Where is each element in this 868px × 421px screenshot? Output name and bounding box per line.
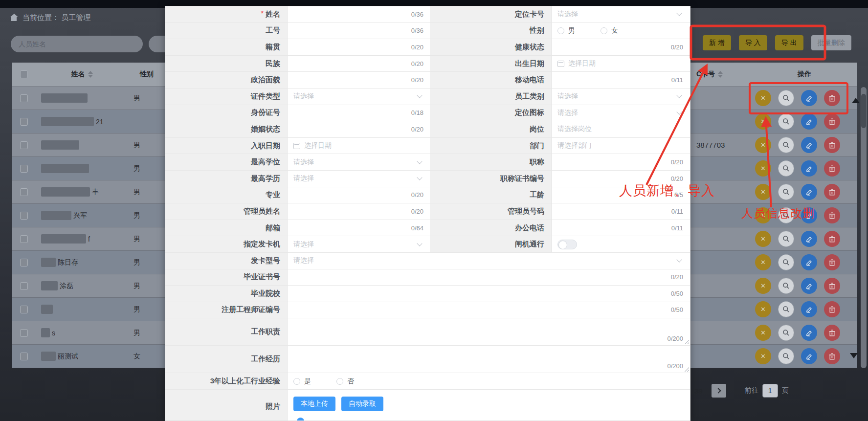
delete-icon[interactable] bbox=[824, 113, 840, 130]
row-checkbox[interactable] bbox=[20, 188, 28, 196]
delete-icon[interactable] bbox=[824, 90, 840, 106]
resize-handle-icon[interactable] bbox=[684, 339, 689, 344]
resize-handle-icon[interactable] bbox=[684, 367, 689, 372]
row-checkbox[interactable] bbox=[20, 353, 28, 360]
scroll-up-icon[interactable] bbox=[852, 98, 860, 103]
field-input[interactable]: 0/64 bbox=[288, 220, 431, 236]
row-checkbox[interactable] bbox=[20, 306, 28, 313]
select-all-checkbox[interactable] bbox=[20, 70, 28, 78]
field-input[interactable]: 0/36 bbox=[288, 23, 431, 39]
page-number[interactable]: 39 bbox=[694, 387, 703, 395]
field-input[interactable]: 0/200 bbox=[288, 318, 690, 345]
column-header-gender[interactable]: 性别 bbox=[140, 70, 154, 78]
close-circle-icon[interactable]: ✕ bbox=[755, 231, 771, 247]
search-input[interactable] bbox=[11, 36, 143, 52]
field-input[interactable]: 0/11 bbox=[552, 220, 690, 236]
batch-delete-button[interactable]: 批量删除 bbox=[811, 35, 851, 50]
add-button[interactable]: 新 增 bbox=[703, 35, 731, 50]
field-input[interactable]: 0/18 bbox=[288, 105, 431, 121]
field-input[interactable]: 0/20 bbox=[288, 56, 431, 72]
field-input[interactable]: 0/50 bbox=[288, 286, 690, 302]
sort-icon[interactable] bbox=[718, 71, 723, 78]
table-row[interactable]: 男 bbox=[12, 87, 165, 110]
search-icon[interactable] bbox=[778, 254, 794, 270]
delete-icon[interactable] bbox=[824, 231, 840, 247]
field-input[interactable]: 选择日期 bbox=[552, 56, 690, 72]
export-button[interactable]: 导 出 bbox=[775, 35, 803, 50]
field-input[interactable]: 请选择 bbox=[552, 6, 690, 22]
delete-icon[interactable] bbox=[824, 325, 840, 341]
row-checkbox[interactable] bbox=[20, 282, 28, 290]
table-row[interactable]: 丰男 bbox=[12, 180, 165, 204]
search-icon[interactable] bbox=[778, 348, 794, 364]
local-upload-button[interactable]: 本地上传 bbox=[293, 397, 335, 411]
search-icon[interactable] bbox=[778, 90, 794, 106]
field-input[interactable]: 请选择 bbox=[288, 171, 431, 187]
sort-icon[interactable] bbox=[88, 71, 93, 78]
field-input[interactable]: 请选择 bbox=[288, 236, 431, 252]
field-input[interactable]: 请选择部门 bbox=[552, 138, 690, 154]
delete-icon[interactable] bbox=[824, 137, 840, 153]
delete-icon[interactable] bbox=[824, 184, 840, 200]
table-row-actions[interactable]: ✕ bbox=[690, 321, 857, 345]
next-page-button[interactable] bbox=[712, 384, 726, 398]
radio-option[interactable]: 是 bbox=[293, 377, 311, 386]
table-row[interactable]: 21 bbox=[12, 110, 165, 133]
edit-icon[interactable] bbox=[801, 90, 817, 106]
radio-option[interactable]: 男 bbox=[557, 26, 575, 35]
row-checkbox[interactable] bbox=[20, 118, 28, 126]
field-input[interactable]: 0/50 bbox=[288, 302, 690, 318]
column-header-name[interactable]: 姓名 bbox=[71, 70, 85, 78]
field-input[interactable]: 0/11 bbox=[552, 203, 690, 220]
field-input[interactable]: 请选择 bbox=[288, 89, 431, 105]
row-checkbox[interactable] bbox=[20, 329, 28, 337]
field-input[interactable]: 请选择 bbox=[552, 89, 690, 105]
edit-icon[interactable] bbox=[801, 113, 817, 130]
row-checkbox[interactable] bbox=[20, 165, 28, 173]
field-input[interactable]: 0/20 bbox=[552, 39, 690, 55]
field-input[interactable]: 请选择 bbox=[552, 105, 690, 121]
field-input[interactable]: 0/20 bbox=[288, 203, 431, 220]
table-row-actions[interactable]: ✕ bbox=[690, 227, 857, 251]
gate-pass-toggle[interactable] bbox=[557, 240, 577, 249]
search-icon[interactable] bbox=[778, 137, 794, 153]
scrollbar[interactable] bbox=[861, 87, 867, 368]
table-row-actions[interactable]: ✕ bbox=[690, 274, 857, 298]
close-circle-icon[interactable]: ✕ bbox=[755, 325, 771, 341]
table-row[interactable]: 男 bbox=[12, 298, 165, 321]
close-circle-icon[interactable]: ✕ bbox=[755, 278, 771, 294]
table-row[interactable]: 男 bbox=[12, 133, 165, 157]
table-row[interactable]: 丽测试女 bbox=[12, 345, 165, 368]
edit-icon[interactable] bbox=[801, 278, 817, 294]
row-checkbox[interactable] bbox=[20, 212, 28, 220]
field-input[interactable]: 请选择 bbox=[288, 253, 690, 269]
close-circle-icon[interactable]: ✕ bbox=[755, 348, 771, 364]
field-input[interactable]: 0/200 bbox=[288, 346, 690, 373]
delete-icon[interactable] bbox=[824, 301, 840, 317]
delete-icon[interactable] bbox=[824, 160, 840, 177]
close-circle-icon[interactable]: ✕ bbox=[755, 90, 771, 106]
table-row-actions[interactable]: ✕ bbox=[690, 110, 857, 133]
field-input[interactable]: 请选择岗位 bbox=[552, 121, 690, 137]
table-row-actions[interactable]: ✕ bbox=[690, 251, 857, 274]
goto-page-input[interactable]: 1 bbox=[762, 384, 778, 398]
field-input[interactable]: 0/20 bbox=[288, 72, 431, 88]
row-checkbox[interactable] bbox=[20, 235, 28, 243]
field-input[interactable]: 0/20 bbox=[288, 39, 431, 55]
auto-capture-button[interactable]: 自动录取 bbox=[341, 397, 383, 411]
edit-icon[interactable] bbox=[801, 301, 817, 317]
delete-icon[interactable] bbox=[824, 278, 840, 294]
table-row-actions[interactable]: ✕ bbox=[690, 157, 857, 180]
table-row[interactable]: 陈日存男 bbox=[12, 251, 165, 274]
table-row[interactable]: s男 bbox=[12, 321, 165, 345]
field-input[interactable]: 0/20 bbox=[288, 269, 690, 286]
field-input[interactable]: 0/20 bbox=[288, 121, 431, 137]
delete-icon[interactable] bbox=[824, 207, 840, 223]
search-icon[interactable] bbox=[778, 184, 794, 200]
scrollbar-thumb[interactable] bbox=[861, 94, 866, 128]
table-row[interactable]: 涂磊男 bbox=[12, 274, 165, 298]
import-button[interactable]: 导 入 bbox=[739, 35, 767, 50]
table-row[interactable]: 男 bbox=[12, 157, 165, 180]
search-icon[interactable] bbox=[778, 160, 794, 177]
close-circle-icon[interactable]: ✕ bbox=[755, 160, 771, 177]
